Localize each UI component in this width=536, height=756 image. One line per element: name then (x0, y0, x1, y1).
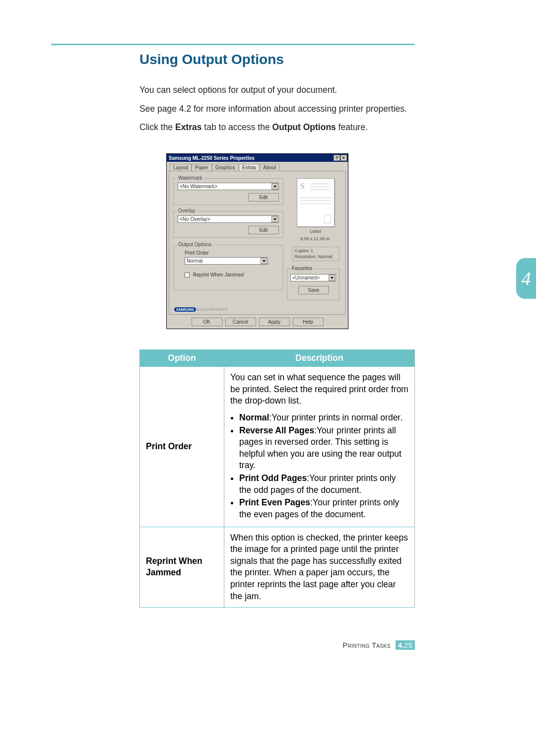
list-item: Print Odd Pages:Your printer prints only… (239, 473, 408, 496)
overlay-value: <No Overlay> (180, 216, 210, 222)
footer-section: Printing Tasks (343, 641, 391, 649)
chevron-down-icon (261, 258, 267, 264)
properties-dialog: Samsung ML-2250 Series Properties ? × La… (166, 153, 348, 329)
reprint-label: Reprint When Jammed (193, 272, 244, 277)
cancel-button[interactable]: Cancel (225, 318, 256, 326)
group-output-options: Output Options Print Order Normal Reprin… (173, 245, 283, 290)
tab-about[interactable]: About (260, 164, 279, 171)
brand-sub: ELECTRONICS (197, 307, 228, 312)
output-options-label: Output Options (177, 242, 213, 247)
samsung-logo: SAMSUNG (174, 307, 196, 312)
print-order-list: Normal:Your printer prints in normal ord… (230, 412, 408, 521)
ok-button[interactable]: OK (192, 318, 222, 326)
apply-button[interactable]: Apply (259, 318, 290, 326)
s-icon: S (300, 182, 305, 191)
paragraph-3: Click the Extras tab to access the Outpu… (139, 122, 415, 134)
favorites-select[interactable]: <Unnamed> (290, 274, 336, 281)
dialog-title: Samsung ML-2250 Series Properties (169, 155, 333, 161)
page-footer: Printing Tasks 4.25 (139, 640, 415, 650)
top-rule (51, 44, 414, 45)
text: Click the (139, 122, 175, 132)
chevron-down-icon (271, 183, 278, 190)
item-bold: Print Even Pages (239, 497, 310, 507)
group-overlay: Overlay <No Overlay> Edit (173, 211, 283, 238)
col-description: Description (224, 350, 415, 367)
body-text: You can select options for output of you… (139, 84, 415, 140)
tab-extras[interactable]: Extras (239, 164, 260, 171)
paragraph-1: You can select options for output of you… (139, 84, 415, 96)
tab-layout[interactable]: Layout (170, 164, 192, 171)
dialog-button-row: OK Cancel Apply Help (167, 318, 348, 326)
copies-text: Copies: 1 (294, 248, 337, 254)
watermark-value: <No Watermark> (180, 184, 217, 189)
favorites-value: <Unnamed> (292, 275, 320, 280)
overlay-select[interactable]: <No Overlay> (178, 215, 279, 223)
desc-reprint: When this option is checked, the printer… (224, 527, 415, 608)
overlay-edit-button[interactable]: Edit (248, 226, 279, 234)
reprint-row: Reprint When Jammed (185, 272, 244, 277)
print-order-intro: You can set in what sequence the pages w… (230, 372, 408, 407)
group-favorites: Favorites <Unnamed> Save (287, 269, 339, 300)
page-heading: Using Output Options (139, 52, 284, 68)
item-bold: Reverse All Pages (239, 425, 314, 435)
list-item: Reverse All Pages:Your printer prints al… (239, 425, 408, 472)
preview-sheet: S (297, 178, 335, 227)
info-box: Copies: 1 Resolution: Normal (292, 247, 339, 261)
col-option: Option (140, 350, 224, 367)
titlebar: Samsung ML-2250 Series Properties ? × (167, 154, 348, 162)
desc-print-order: You can set in what sequence the pages w… (224, 367, 415, 527)
footer-page: 25 (404, 641, 412, 649)
group-watermark: Watermark <No Watermark> Edit (173, 178, 283, 205)
print-order-label: Print Order (185, 250, 209, 256)
help-icon[interactable]: ? (334, 155, 340, 161)
chevron-down-icon (271, 216, 278, 222)
tab-graphics[interactable]: Graphics (212, 164, 239, 171)
preview-size: 8.50 x 11.00 in. (292, 236, 339, 242)
print-order-value: Normal (187, 258, 202, 264)
tab-paper[interactable]: Paper (192, 164, 212, 171)
watermark-label: Watermark (177, 175, 204, 181)
item-bold: Print Odd Pages (239, 473, 307, 483)
footer-chapter: 4. (398, 641, 404, 649)
favorites-label: Favorites (290, 266, 314, 271)
watermark-edit-button[interactable]: Edit (248, 193, 279, 202)
table-row: Print Order You can set in what sequence… (140, 367, 415, 527)
opt-reprint: Reprint When Jammed (140, 527, 224, 608)
chapter-thumb-tab: 4 (516, 258, 536, 299)
reprint-checkbox[interactable] (185, 273, 190, 277)
list-item: Normal:Your printer prints in normal ord… (239, 412, 408, 424)
favorites-save-button[interactable]: Save (298, 286, 329, 294)
watermark-select[interactable]: <No Watermark> (178, 183, 279, 190)
output-options-bold: Output Options (272, 122, 336, 132)
chevron-down-icon (329, 275, 335, 281)
paragraph-2: See page 4.2 for more information about … (139, 103, 415, 115)
item-bold: Normal (239, 412, 269, 422)
item-text: :Your printer prints in normal order. (269, 412, 402, 422)
opt-print-order: Print Order (140, 367, 224, 527)
help-button[interactable]: Help (293, 318, 324, 326)
print-order-select[interactable]: Normal (185, 257, 268, 265)
page-number-badge: 4.25 (396, 640, 415, 650)
text: tab to access the (201, 122, 272, 132)
options-table: Option Description Print Order You can s… (139, 349, 415, 608)
overlay-label: Overlay (177, 208, 197, 213)
brand-text: SAMSUNGELECTRONICS (174, 307, 228, 312)
tab-body: Watermark <No Watermark> Edit Overlay <N… (169, 171, 346, 315)
page-preview: S Letter 8.50 x 11.00 in. (292, 178, 339, 238)
tabs-row: Layout Paper Graphics Extras About (167, 162, 348, 171)
list-item: Print Even Pages:Your printer prints onl… (239, 497, 408, 520)
close-icon[interactable]: × (340, 155, 347, 161)
text: feature. (336, 122, 368, 132)
resolution-text: Resolution: Normal (294, 254, 337, 260)
extras-bold: Extras (175, 122, 202, 132)
preview-paper: Letter (292, 229, 339, 234)
table-row: Reprint When Jammed When this option is … (140, 527, 415, 608)
